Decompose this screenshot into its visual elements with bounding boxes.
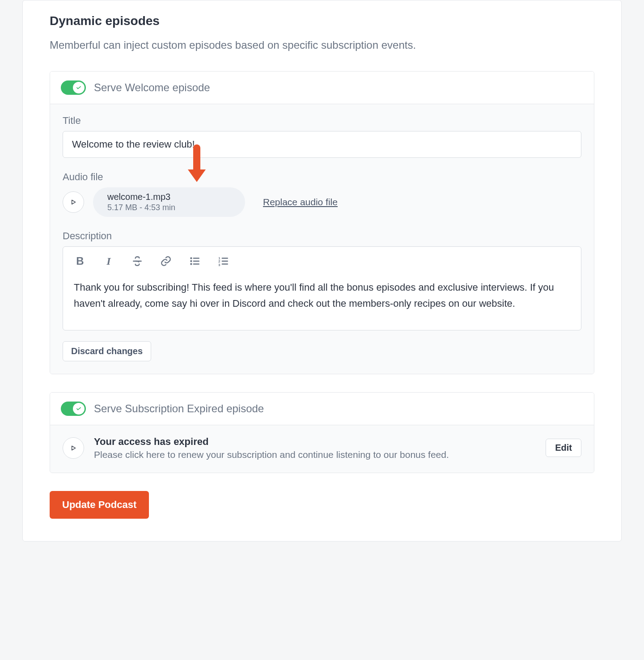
editor-toolbar: B I: [63, 247, 581, 276]
svg-text:3: 3: [218, 263, 220, 267]
strikethrough-icon: [131, 255, 143, 267]
welcome-toggle[interactable]: [61, 80, 86, 95]
link-icon: [160, 255, 172, 267]
play-icon: [70, 444, 77, 452]
expired-description: Please click here to renew your subscrip…: [94, 449, 536, 460]
svg-point-2: [190, 263, 192, 265]
section-title: Dynamic episodes: [50, 14, 594, 28]
audio-filename: welcome-1.mp3: [107, 192, 231, 202]
svg-point-0: [190, 257, 192, 259]
bullet-list-button[interactable]: [188, 255, 201, 267]
expired-summary: Your access has expired Please click her…: [94, 436, 536, 460]
audio-field-label: Audio file: [63, 171, 581, 183]
play-button-expired[interactable]: [63, 437, 84, 459]
edit-expired-button[interactable]: Edit: [546, 439, 581, 457]
description-textarea[interactable]: Thank you for subscribing! This feed is …: [63, 276, 581, 330]
toggle-knob: [73, 82, 85, 93]
bullet-list-icon: [189, 255, 200, 267]
welcome-episode-panel: Serve Welcome episode Title Audio file: [50, 71, 594, 374]
section-subtitle: Memberful can inject custom episodes bas…: [50, 37, 594, 53]
title-field-label: Title: [63, 115, 581, 127]
bold-button[interactable]: B: [74, 255, 86, 267]
strikethrough-button[interactable]: [131, 255, 144, 267]
check-icon: [76, 85, 82, 91]
audio-file-pill: welcome-1.mp3 5.17 MB - 4:53 min: [93, 187, 245, 217]
check-icon: [76, 406, 82, 412]
description-field-label: Description: [63, 230, 581, 242]
update-podcast-button[interactable]: Update Podcast: [50, 491, 149, 519]
numbered-list-button[interactable]: 1 2 3: [217, 255, 229, 267]
audio-file-meta: 5.17 MB - 4:53 min: [107, 203, 231, 212]
toggle-knob: [73, 403, 85, 415]
welcome-panel-body: Title Audio file: [50, 104, 594, 374]
italic-button[interactable]: I: [102, 255, 115, 267]
link-button[interactable]: [160, 255, 172, 267]
replace-audio-link[interactable]: Replace audio file: [263, 197, 338, 207]
welcome-toggle-label: Serve Welcome episode: [94, 81, 210, 94]
numbered-list-icon: 1 2 3: [217, 255, 229, 267]
expired-panel-body: Your access has expired Please click her…: [50, 425, 594, 473]
svg-point-1: [190, 260, 192, 262]
expired-episode-panel: Serve Subscription Expired episode Your …: [50, 392, 594, 473]
welcome-panel-header: Serve Welcome episode: [50, 72, 594, 104]
title-input[interactable]: [63, 131, 581, 158]
expired-title: Your access has expired: [94, 436, 536, 448]
discard-changes-button[interactable]: Discard changes: [63, 341, 151, 361]
description-editor: B I: [63, 246, 581, 330]
expired-toggle-label: Serve Subscription Expired episode: [94, 402, 264, 415]
expired-panel-header: Serve Subscription Expired episode: [50, 393, 594, 425]
expired-toggle[interactable]: [61, 402, 86, 416]
audio-section: Audio file welcome-1.mp3 5.17 MB - 4:53 …: [63, 171, 581, 217]
play-icon: [70, 199, 77, 206]
play-button[interactable]: [63, 191, 84, 213]
